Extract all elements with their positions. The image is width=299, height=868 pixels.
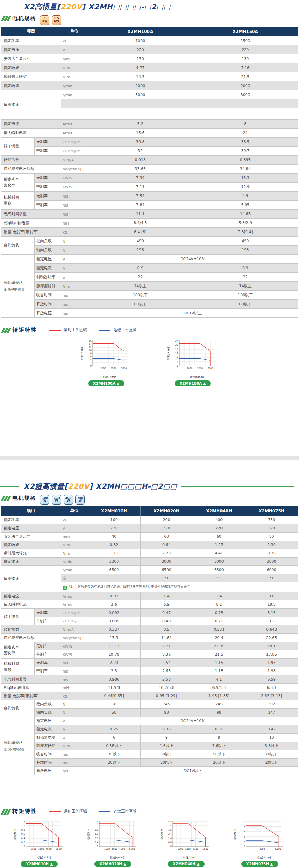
value-cell: 4.46: [193, 549, 245, 558]
value-cell: 6000: [245, 566, 298, 574]
value-cell: 0.25: [88, 725, 141, 734]
table-row: 额定功率W10001500: [1, 36, 298, 45]
torque-chart: 00.81.62.43.244.81500300045006500转矩[N.m]…: [160, 819, 212, 859]
svg-text:1000: 1000: [100, 367, 106, 370]
row-sub-label: 无刹车: [35, 642, 61, 650]
power-badge: 1KW: [40, 15, 49, 25]
svg-text:转矩[N.m]: 转矩[N.m]: [167, 347, 170, 360]
value-cell: 14以上: [88, 282, 193, 291]
value-cell: 1000: [88, 36, 193, 45]
table-row: 释放时间ms60以下60以下: [1, 300, 298, 309]
value-cell: 196: [88, 246, 193, 255]
page-gap: [0, 386, 299, 456]
value-cell: 20以下: [140, 759, 193, 767]
row-sub-label: 轴向负载: [35, 246, 61, 255]
value-cell: 245: [193, 700, 245, 709]
power-badge-unit: KW: [42, 20, 47, 23]
svg-text:8: 8: [177, 356, 178, 359]
row-label: 安装法兰盘尺寸: [1, 54, 61, 63]
svg-text:0: 0: [170, 845, 172, 848]
value-cell: 4.77: [88, 63, 193, 72]
value-cell: 22.65: [245, 634, 298, 642]
table-body: 额定功率W100200400750额定电压V220220220220安装法兰盘尺…: [1, 516, 298, 775]
value-cell: 34.84: [193, 165, 298, 174]
unit-cell: N.m/A: [61, 156, 88, 165]
title-rule-right: [181, 486, 294, 487]
torque-chart: 00.40.81.21.622.41500300045006500转矩[N.m]…: [87, 819, 139, 859]
model-header: X2MH150A: [193, 27, 298, 36]
svg-text:10: 10: [89, 349, 92, 352]
svg-text:4: 4: [177, 360, 178, 363]
value-cell: 11.9/8: [88, 684, 141, 692]
row-sub-label: 额定电流: [35, 264, 61, 273]
unit-cell: ms: [61, 300, 88, 309]
value-cell: 0.9: [88, 264, 193, 273]
svg-text:3000: 3000: [111, 848, 117, 850]
value-cell: 6/3.3: [245, 684, 298, 692]
value-cell: 196: [193, 246, 298, 255]
unit-cell: kg: [61, 692, 88, 700]
table-row: 每相感应电压常数mV[r/min]13.314.6120.422.65: [1, 634, 298, 642]
svg-text:1.6: 1.6: [168, 837, 172, 840]
svg-text:转矩[N.m]: 转矩[N.m]: [234, 828, 237, 841]
value-cell: 50以下: [140, 750, 193, 759]
svg-text:2.4: 2.4: [95, 820, 98, 823]
svg-text:0: 0: [90, 365, 92, 367]
value-cell: 15.6: [88, 129, 193, 138]
unit-cell: mH: [61, 684, 88, 692]
value-cell: 0.531: [193, 625, 245, 634]
value-cell: 14.3: [88, 72, 193, 81]
table-row: 带刹车KW/S10.788.3621.517.85: [1, 650, 298, 659]
svg-text:0: 0: [177, 365, 178, 367]
value-cell: 1.18: [193, 667, 245, 675]
value-cell: 33.65: [88, 165, 193, 174]
unit-cell: ms: [61, 201, 88, 210]
row-label: 额定转矩: [1, 63, 61, 72]
model-badge: X2MH075H ▲: [241, 861, 278, 867]
torque-chart: 024681030006000转矩[N.m]转速[r/min]: [234, 819, 286, 859]
value-cell: 245: [140, 700, 193, 709]
spec-table: 项目单位X2MH010HX2MH020HX2MH040HX2MH075H额定功率…: [1, 506, 298, 775]
value-cell: 3000: [88, 90, 193, 99]
unit-cell: KW/S: [61, 642, 88, 650]
page-separator: [0, 456, 299, 460]
table-row: 制动器功率w69910: [1, 734, 298, 742]
unit-cell: x10⁻⁴Kg.m²: [61, 617, 88, 625]
value-cell: 220: [193, 524, 245, 533]
svg-text:转矩[N.m]: 转矩[N.m]: [160, 828, 163, 841]
row-group-label: 制动器规格注:保持用制动器: [1, 717, 35, 775]
torque-chart-block: 00.20.40.60.811.21500300045006500转矩[N.m]…: [13, 819, 65, 867]
motor-spec-sheet: X2高惯量[220V] X2MH□□□□-□2□□ 电机规格 1KW1.5KW …: [0, 0, 299, 868]
value-cell: 13.3: [193, 174, 298, 183]
unit-cell: A: [61, 264, 88, 273]
table-row: 额定转速r/min3000300030003000: [1, 558, 298, 566]
value-cell: 6.59: [245, 675, 298, 684]
svg-text:16: 16: [89, 340, 92, 342]
value-cell: 0.92: [88, 592, 141, 600]
value-cell: 147: [245, 709, 298, 717]
unit-cell: ms: [61, 767, 88, 775]
row-group-label: 容许负载: [1, 237, 35, 255]
torque-charts: 0246810121416100020003000转矩[N.m]转速[r/min…: [0, 339, 299, 386]
unit-cell: A: [61, 725, 88, 734]
legend-item-continuous: 连续工作区域: [99, 327, 136, 333]
svg-text:1000: 1000: [187, 367, 193, 370]
value-cell: 20以下: [245, 759, 298, 767]
value-cell: 9: [140, 734, 193, 742]
value-cell: 3.6: [88, 600, 141, 609]
value-cell: 18.1: [245, 642, 298, 650]
unit-cell: x10⁻⁴Kg.m²: [61, 609, 88, 617]
value-cell: 7.8[9.4]: [193, 228, 298, 237]
legend-label: 瞬时工作区域: [64, 327, 87, 333]
row-group-label: 额定功率 变化率: [1, 174, 35, 192]
value-cell: 392: [245, 700, 298, 709]
svg-text:转矩[N.m]: 转矩[N.m]: [87, 828, 90, 841]
table-row: 瞬时最大转矩N.m1.112.234.468.36: [1, 549, 298, 558]
value-cell: 0.9: [193, 264, 298, 273]
power-badge-unit: W: [67, 500, 70, 502]
unit-cell: N.m: [61, 282, 88, 291]
row-sub-label: 释放时间: [35, 300, 61, 309]
row-group-label: 额定功率 变化率: [1, 642, 35, 659]
value-cell: 9: [193, 734, 245, 742]
row-label: 电气时间常数: [1, 210, 61, 219]
